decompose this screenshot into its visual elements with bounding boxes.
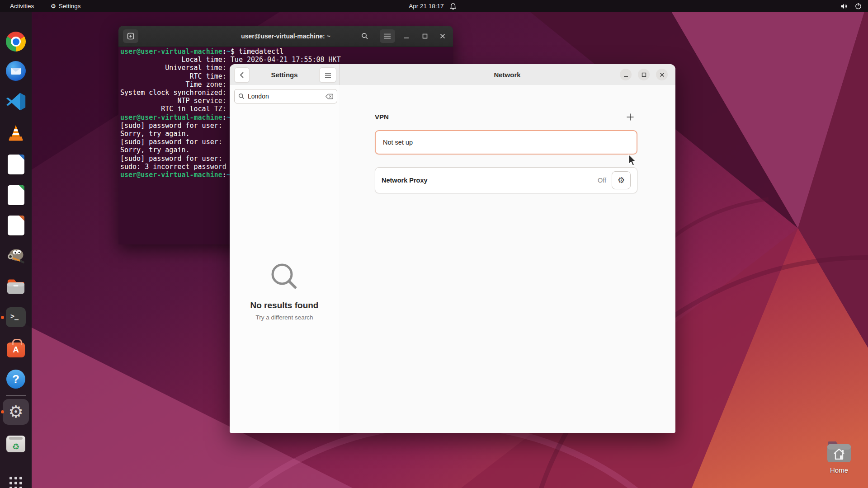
search-icon: [361, 33, 368, 40]
help-icon: ?: [6, 370, 25, 389]
desktop: Home user@user-virtual-machine: ~: [0, 0, 868, 488]
dock-item-files[interactable]: [5, 276, 27, 297]
libreoffice-impress-icon: [8, 216, 24, 235]
vscode-icon: [6, 92, 26, 112]
vpn-section-label: VPN: [375, 113, 389, 121]
network-proxy-row: Network Proxy Off ⚙: [375, 167, 637, 193]
terminal-menu-button[interactable]: [380, 29, 395, 43]
show-applications-button[interactable]: [5, 472, 27, 488]
maximize-icon: [422, 33, 428, 39]
dock-item-ubuntu-software[interactable]: A: [5, 337, 27, 359]
dock-item-libreoffice-calc[interactable]: [5, 184, 27, 206]
settings-close-button[interactable]: [656, 69, 668, 80]
power-icon: [855, 3, 862, 9]
settings-gear-icon: ⚙: [8, 404, 23, 420]
add-vpn-button[interactable]: [623, 110, 637, 124]
settings-primary-menu-button[interactable]: [319, 67, 336, 83]
terminal-line: user@user-virtual-machine:~$ timedatectl: [120, 47, 453, 56]
settings-minimize-button[interactable]: [620, 69, 632, 80]
ubuntu-software-icon: A: [7, 343, 25, 357]
dock-item-help[interactable]: ?: [5, 368, 27, 390]
dock-divider: [6, 395, 26, 396]
no-results-hint: Try a different search: [230, 314, 339, 321]
minimize-icon: [623, 72, 628, 77]
settings-window: Settings Network: [230, 64, 675, 433]
top-bar: Activities ⚙ Settings Apr 21 18:17: [0, 0, 868, 12]
terminal-app-icon: >_: [6, 307, 26, 327]
dock-item-google-chrome[interactable]: [5, 31, 27, 52]
terminal-titlebar[interactable]: user@user-virtual-machine: ~: [118, 26, 453, 47]
terminal-maximize-button[interactable]: [417, 29, 433, 43]
app-menu-button[interactable]: ⚙ Settings: [49, 0, 82, 12]
dock-item-trash[interactable]: ♻: [5, 432, 27, 453]
no-results-title: No results found: [230, 300, 339, 310]
network-proxy-label: Network Proxy: [382, 177, 598, 184]
clock-button[interactable]: Apr 21 18:17: [409, 0, 456, 12]
terminal-line: Local time: Tue 2026-04-21 17:55:08 HKT: [120, 56, 453, 64]
hamburger-menu-icon: [325, 72, 331, 78]
libreoffice-writer-icon: [8, 155, 24, 174]
gear-icon: ⚙: [51, 3, 56, 9]
no-results-block: No results found Try a different search: [230, 262, 339, 321]
app-menu-label: Settings: [59, 3, 81, 9]
activities-label: Activities: [10, 3, 34, 9]
system-status-area[interactable]: [840, 0, 862, 12]
gimp-icon: [6, 245, 26, 265]
home-folder-desktop-icon[interactable]: Home: [824, 441, 854, 474]
settings-headerbar[interactable]: Settings Network: [230, 64, 675, 85]
close-icon: [440, 33, 445, 39]
gear-icon: ⚙: [618, 175, 625, 185]
vpn-status-row[interactable]: Not set up: [375, 130, 637, 155]
terminal-minimize-button[interactable]: [399, 29, 414, 43]
dock-item-vs-code[interactable]: [5, 91, 27, 113]
dock-item-settings[interactable]: ⚙: [5, 401, 27, 422]
search-input[interactable]: [248, 93, 322, 100]
mouse-cursor: [627, 154, 638, 167]
dock-item-vlc[interactable]: [5, 122, 27, 144]
maximize-icon: [642, 72, 646, 77]
hamburger-menu-icon: [384, 33, 391, 39]
network-proxy-status: Off: [598, 177, 606, 184]
files-folder-icon: [6, 277, 26, 296]
dock-item-thunderbird[interactable]: [5, 60, 27, 82]
terminal-close-button[interactable]: [435, 29, 450, 43]
chrome-icon: [6, 32, 26, 52]
folder-home-icon: [826, 441, 852, 463]
dock-item-libreoffice-impress[interactable]: [5, 215, 27, 236]
settings-sidebar: No results found Try a different search: [230, 85, 340, 433]
settings-search-entry[interactable]: [234, 89, 337, 103]
thunderbird-icon: [6, 61, 26, 81]
app-grid-icon: [9, 477, 22, 488]
close-icon: [660, 72, 665, 77]
terminal-search-button[interactable]: [357, 29, 373, 43]
trash-icon: ♻: [6, 436, 25, 452]
settings-maximize-button[interactable]: [638, 69, 650, 80]
network-proxy-settings-button[interactable]: ⚙: [612, 171, 631, 189]
volume-icon: [840, 3, 848, 9]
notification-bell-icon: [450, 3, 456, 10]
clear-search-icon[interactable]: [326, 94, 333, 99]
dock-item-libreoffice-writer[interactable]: [5, 154, 27, 175]
terminal-running-indicator: [1, 316, 4, 319]
dock: >_ A ? ⚙ ♻: [0, 12, 32, 488]
vpn-status-text: Not set up: [383, 139, 413, 146]
vlc-icon: [6, 123, 26, 143]
libreoffice-calc-icon: [8, 185, 24, 205]
dock-item-terminal[interactable]: >_: [5, 306, 27, 328]
network-panel: VPN Not set up Network Proxy Off ⚙: [339, 85, 675, 433]
home-folder-label: Home: [824, 466, 854, 474]
dock-item-gimp[interactable]: [5, 244, 27, 266]
search-icon: [238, 93, 245, 99]
activities-button[interactable]: Activities: [8, 0, 36, 12]
clock-label: Apr 21 18:17: [409, 3, 443, 9]
plus-icon: [626, 113, 634, 121]
minimize-icon: [404, 33, 409, 39]
settings-running-indicator: [1, 410, 4, 413]
search-large-icon: [269, 262, 299, 291]
